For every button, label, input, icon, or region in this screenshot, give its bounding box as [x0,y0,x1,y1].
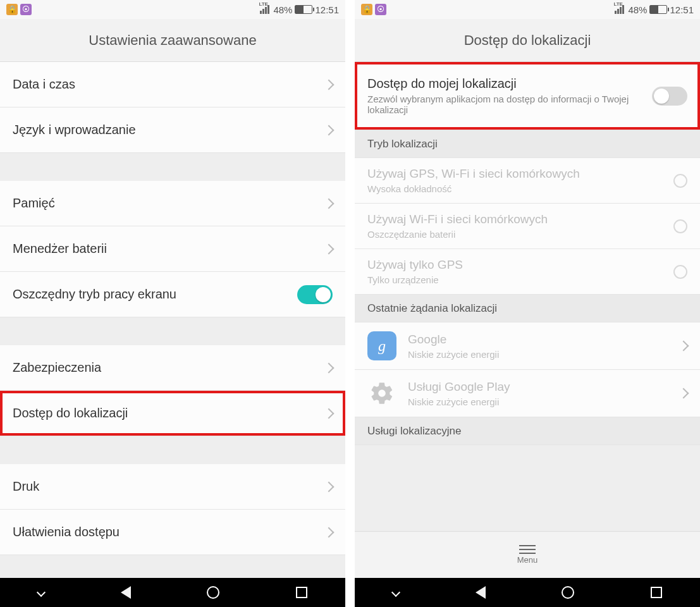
status-bar: 🔒 ⦿ LTE 48% 12:51 [355,0,700,19]
chevron-right-icon [679,388,689,399]
radio-icon[interactable] [673,265,687,279]
row-title: Google [408,333,680,346]
status-app-icon-1: 🔒 [6,4,18,15]
row-subtitle: Oszczędzanie baterii [367,229,673,240]
section-label: Tryb lokalizacji [367,138,438,150]
settings-list: Data i czas Język i wprowadzanie Pamięć … [0,62,345,578]
row-date-time[interactable]: Data i czas [0,62,345,107]
chevron-right-icon [324,481,335,492]
chevron-right-icon [324,362,335,373]
row-title: Używaj tylko GPS [367,258,673,272]
row-label: Dostęp do lokalizacji [13,406,325,420]
svg-text:G: G [379,389,384,396]
row-mode-high-accuracy[interactable]: Używaj GPS, Wi-Fi i sieci komórkowych Wy… [355,158,700,204]
nav-recent-icon[interactable] [651,587,662,598]
nav-back-icon[interactable] [476,586,486,599]
hamburger-icon [519,545,536,554]
android-nav-bar [0,578,345,607]
phone-right: 🔒 ⦿ LTE 48% 12:51 Dostęp do lokalizacji … [355,0,700,607]
section-gap [0,436,345,464]
row-subtitle: Wysoka dokładność [367,183,673,194]
location-settings-list: Dostęp do mojej lokalizacji Zezwól wybra… [355,62,700,531]
chevron-right-icon [324,198,335,209]
battery-percent: 48% [273,4,292,15]
row-recent-google-play-services[interactable]: G Usługi Google Play Niskie zużycie ener… [355,370,700,417]
row-battery-manager[interactable]: Menedżer baterii [0,226,345,272]
section-header-recent: Ostatnie żądania lokalizacji [355,295,700,322]
row-location-access[interactable]: Dostęp do lokalizacji [0,391,345,436]
nav-collapse-icon[interactable] [391,588,400,597]
row-label: Data i czas [13,77,325,92]
row-label: Druk [13,479,325,494]
radio-icon[interactable] [673,174,687,188]
chevron-right-icon [324,408,335,419]
signal-icon: LTE [260,5,269,14]
chevron-right-icon [679,341,689,352]
battery-percent: 48% [628,4,647,15]
section-header-services: Usługi lokalizacyjne [355,417,700,445]
android-nav-bar [355,578,700,607]
row-subtitle: Zezwól wybranym aplikacjom na dostęp do … [367,94,652,115]
row-language-input[interactable]: Język i wprowadzanie [0,107,345,153]
row-accessibility[interactable]: Ułatwienia dostępu [0,510,345,555]
page-title: Dostęp do lokalizacji [355,19,700,62]
nav-back-icon[interactable] [121,586,131,599]
row-recent-google[interactable]: g Google Niskie zużycie energii [355,322,700,370]
section-header-mode: Tryb lokalizacji [355,130,700,158]
chevron-right-icon [324,125,335,135]
row-label: Zabezpieczenia [13,360,325,375]
nav-home-icon[interactable] [562,586,574,599]
row-title: Używaj Wi-Fi i sieci komórkowych [367,212,673,226]
row-label: Pamięć [13,196,325,211]
status-app-icon-2: ⦿ [375,4,386,15]
row-title: Usługi Google Play [408,380,680,394]
row-subtitle: Tylko urządzenie [367,274,673,285]
menu-label: Menu [517,555,538,565]
row-label: Język i wprowadzanie [13,123,325,137]
nav-collapse-icon[interactable] [37,588,46,597]
clock: 12:51 [315,4,339,15]
status-bar: 🔒 ⦿ LTE 48% 12:51 [0,0,345,19]
phone-left: 🔒 ⦿ LTE 48% 12:51 Ustawienia zaawansowan… [0,0,345,607]
row-label: Oszczędny tryb pracy ekranu [13,287,297,302]
row-title: Używaj GPS, Wi-Fi i sieci komórkowych [367,167,673,181]
section-label: Ostatnie żądania lokalizacji [367,302,497,315]
row-title: Dostęp do mojej lokalizacji [367,77,652,91]
lte-label: LTE [259,1,268,7]
radio-icon[interactable] [673,219,687,233]
battery-icon [649,5,667,14]
section-gap [0,153,345,181]
nav-home-icon[interactable] [207,586,219,599]
row-label: Menedżer baterii [13,242,325,256]
bottom-menu-button[interactable]: Menu [355,531,700,578]
toggle-eco-screen[interactable] [297,285,333,304]
row-mode-battery-saving[interactable]: Używaj Wi-Fi i sieci komórkowych Oszczęd… [355,204,700,249]
clock: 12:51 [670,4,694,15]
status-app-icon-2: ⦿ [20,4,32,15]
toggle-my-location[interactable] [652,87,687,106]
nav-recent-icon[interactable] [296,587,307,598]
row-my-location[interactable]: Dostęp do mojej lokalizacji Zezwól wybra… [355,62,700,130]
chevron-right-icon [324,243,335,254]
signal-icon: LTE [615,5,624,14]
row-print[interactable]: Druk [0,464,345,510]
chevron-right-icon [324,79,335,90]
section-label: Usługi lokalizacyjne [367,425,461,438]
section-gap [0,317,345,345]
row-mode-gps-only[interactable]: Używaj tylko GPS Tylko urządzenie [355,249,700,295]
row-subtitle: Niskie zużycie energii [408,396,680,407]
chevron-right-icon [324,527,335,537]
status-app-icon-1: 🔒 [361,4,372,15]
row-subtitle: Niskie zużycie energii [408,349,680,360]
row-eco-screen[interactable]: Oszczędny tryb pracy ekranu [0,272,345,317]
google-icon: g [367,331,396,360]
row-security[interactable]: Zabezpieczenia [0,345,345,391]
row-memory[interactable]: Pamięć [0,181,345,226]
page-title: Ustawienia zaawansowane [0,19,345,62]
battery-icon [295,5,312,14]
gear-icon: G [367,379,396,408]
lte-label: LTE [613,1,623,7]
row-label: Ułatwienia dostępu [13,525,325,539]
